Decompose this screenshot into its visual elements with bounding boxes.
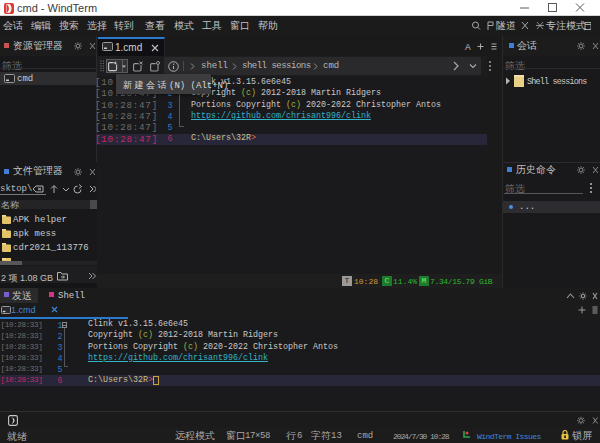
svg-text:A: A bbox=[465, 42, 471, 52]
